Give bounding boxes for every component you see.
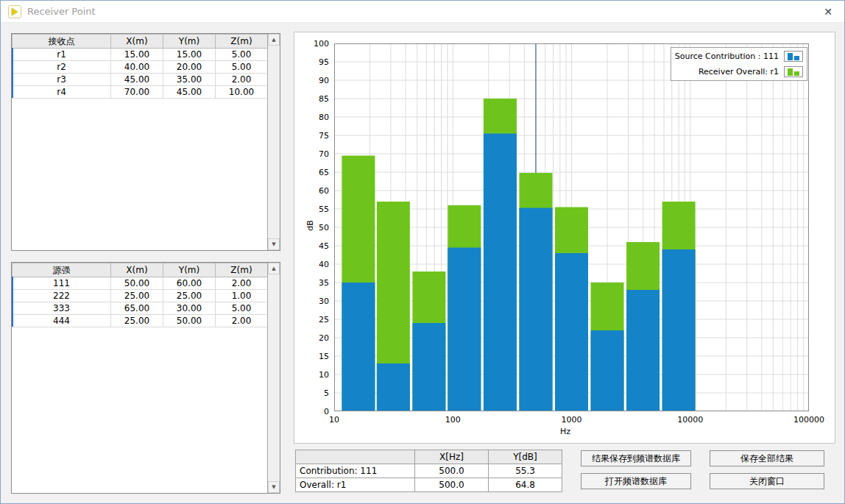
cell[interactable]: 10.00 <box>216 86 268 99</box>
cell[interactable]: 111 <box>13 277 111 290</box>
cell[interactable]: 333 <box>13 302 111 315</box>
open-spectrum-db-button[interactable]: 打开频谱数据库 <box>581 473 691 489</box>
y-tick-label: 80 <box>294 113 329 122</box>
cell[interactable]: Overall: r1 <box>296 478 415 492</box>
table-row[interactable]: Contribution: 111500.055.3 <box>296 464 562 478</box>
cell[interactable]: 5.00 <box>216 302 268 315</box>
cell[interactable]: 1.00 <box>216 290 268 302</box>
table-row[interactable]: 11150.0060.002.00 <box>13 277 268 290</box>
x-tick-label: 1000 <box>548 415 595 425</box>
cell[interactable]: 50.00 <box>111 277 163 290</box>
cell[interactable]: r3 <box>13 74 111 86</box>
table-row[interactable]: 44425.0050.002.00 <box>13 315 268 327</box>
x-tick-label: 10 <box>311 415 358 425</box>
y-tick-label: 90 <box>294 76 329 85</box>
cell[interactable]: Contribution: 111 <box>296 464 415 478</box>
table-row[interactable]: 22225.0025.001.00 <box>13 290 268 302</box>
column-header: 源强 <box>13 263 111 277</box>
scroll-up-icon[interactable]: ▲ <box>268 263 280 274</box>
cell[interactable]: r1 <box>13 49 111 61</box>
legend-item-contribution[interactable]: Source Contribution : 111 <box>675 49 803 63</box>
cell[interactable]: 2.00 <box>216 74 268 86</box>
y-tick-label: 95 <box>294 57 329 67</box>
table-row[interactable]: r470.0045.0010.00 <box>13 86 268 99</box>
title-bar: Receiver Point ✕ <box>1 1 844 23</box>
x-axis-title: Hz <box>560 427 570 436</box>
y-tick-label: 75 <box>294 131 329 141</box>
table-row[interactable]: 33365.0030.005.00 <box>13 302 268 315</box>
x-tick-label: 10000 <box>667 415 714 425</box>
selection-indicator <box>12 48 13 98</box>
chart-legend: Source Contribution : 111 Receiver Overa… <box>671 47 807 81</box>
legend-item-overall[interactable]: Receiver Overall: r1 <box>675 65 803 79</box>
cell[interactable]: 60.00 <box>163 277 216 290</box>
bar-plot-glyph-icon <box>784 66 803 77</box>
cell[interactable]: 2.00 <box>216 315 268 327</box>
column-header: Z(m) <box>216 263 268 277</box>
close-window-button[interactable]: 关闭窗口 <box>710 473 824 489</box>
cell[interactable]: 50.00 <box>163 315 216 327</box>
source-table-header-row: 源强X(m)Y(m)Z(m) <box>13 263 268 277</box>
x-tick-label: 100 <box>429 415 476 425</box>
cell[interactable]: 500.0 <box>415 464 489 478</box>
cell[interactable]: 5.00 <box>216 61 268 74</box>
cell[interactable]: 25.00 <box>163 290 216 302</box>
y-tick-label: 5 <box>294 388 329 398</box>
y-tick-label: 45 <box>294 241 329 251</box>
cell[interactable]: 500.0 <box>415 478 489 492</box>
cell[interactable]: 15.00 <box>163 49 216 61</box>
save-all-results-button[interactable]: 保存全部结果 <box>710 450 824 466</box>
cell[interactable]: 40.00 <box>111 61 163 74</box>
legend-label: Source Contribution : 111 <box>675 52 779 61</box>
cell[interactable]: 64.8 <box>489 478 562 492</box>
y-tick-label: 85 <box>294 94 329 104</box>
scroll-down-icon[interactable]: ▼ <box>268 238 280 250</box>
cell[interactable]: 30.00 <box>163 302 216 315</box>
y-tick-label: 25 <box>294 315 329 324</box>
cell[interactable]: 70.00 <box>111 86 163 99</box>
cell[interactable]: 45.00 <box>111 74 163 86</box>
labview-run-arrow-icon <box>8 5 21 18</box>
cell[interactable]: 20.00 <box>163 61 216 74</box>
cell[interactable]: 25.00 <box>111 290 163 302</box>
selection-indicator <box>12 277 13 327</box>
table-row[interactable]: r240.0020.005.00 <box>13 61 268 74</box>
cell[interactable]: 45.00 <box>163 86 216 99</box>
scrollbar-track[interactable] <box>268 46 280 238</box>
table-row[interactable]: Overall: r1500.064.8 <box>296 478 562 492</box>
source-table-panel: 源强X(m)Y(m)Z(m) 11150.0060.002.0022225.00… <box>11 262 280 494</box>
window: Receiver Point ✕ 接收点X(m)Y(m)Z(m) r115.00… <box>0 0 845 504</box>
cell[interactable]: 55.3 <box>489 464 562 478</box>
receiver-table-header-row: 接收点X(m)Y(m)Z(m) <box>13 35 268 49</box>
cell[interactable]: r2 <box>13 61 111 74</box>
column-header: Y(m) <box>163 263 216 277</box>
column-header: X(m) <box>111 35 163 49</box>
save-to-spectrum-db-button[interactable]: 结果保存到频谱数据库 <box>581 450 691 466</box>
scroll-up-icon[interactable]: ▲ <box>268 34 280 46</box>
receiver-table-scrollbar[interactable]: ▲ ▼ <box>267 34 280 250</box>
cell[interactable]: r4 <box>13 86 111 99</box>
column-header: Y[dB] <box>489 450 562 464</box>
table-row[interactable]: r115.0015.005.00 <box>13 49 268 61</box>
source-table: 源强X(m)Y(m)Z(m) 11150.0060.002.0022225.00… <box>12 263 267 327</box>
spectrum-chart-panel: dB Hz Source Contribution : 111 Receiver… <box>294 32 835 444</box>
cell[interactable]: 444 <box>13 315 111 327</box>
table-row[interactable]: r345.0035.002.00 <box>13 74 268 86</box>
receiver-table: 接收点X(m)Y(m)Z(m) r115.0015.005.00r240.002… <box>12 34 267 99</box>
receiver-table-wrap: 接收点X(m)Y(m)Z(m) r115.0015.005.00r240.002… <box>12 34 267 250</box>
scrollbar-track[interactable] <box>268 274 280 481</box>
cell[interactable]: 15.00 <box>111 49 163 61</box>
cell[interactable]: 25.00 <box>111 315 163 327</box>
receiver-table-panel: 接收点X(m)Y(m)Z(m) r115.0015.005.00r240.002… <box>11 33 280 251</box>
close-icon[interactable]: ✕ <box>815 6 841 18</box>
plot-area[interactable] <box>334 43 809 411</box>
y-tick-label: 55 <box>294 205 329 214</box>
y-tick-label: 50 <box>294 223 329 233</box>
cell[interactable]: 65.00 <box>111 302 163 315</box>
source-table-scrollbar[interactable]: ▲ ▼ <box>267 263 280 493</box>
cell[interactable]: 2.00 <box>216 277 268 290</box>
cell[interactable]: 35.00 <box>163 74 216 86</box>
cell[interactable]: 222 <box>13 290 111 302</box>
scroll-down-icon[interactable]: ▼ <box>268 481 280 493</box>
cell[interactable]: 5.00 <box>216 49 268 61</box>
